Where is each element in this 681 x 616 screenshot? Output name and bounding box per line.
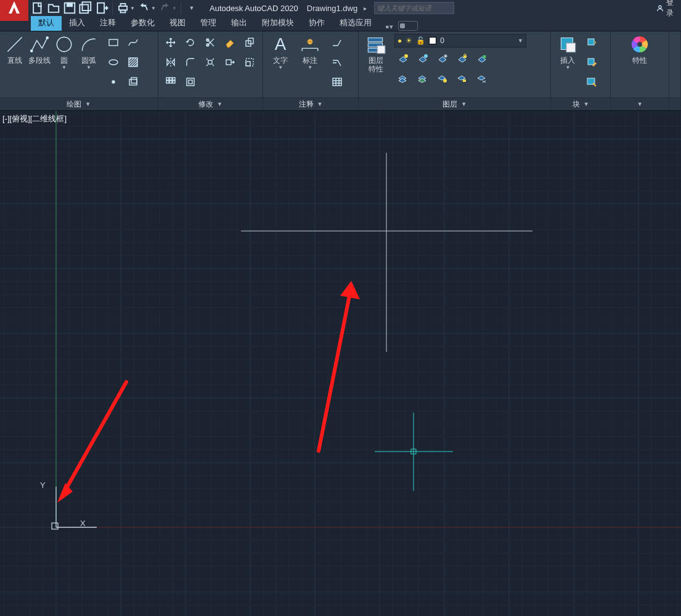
qat-save-icon[interactable] (63, 2, 76, 14)
svg-rect-35 (173, 81, 175, 83)
qat-open-icon[interactable] (47, 2, 60, 14)
spline-icon[interactable] (124, 34, 142, 51)
qat-new-icon[interactable] (31, 2, 44, 14)
trim-icon[interactable] (202, 34, 219, 51)
svg-text:A: A (275, 34, 287, 54)
edit-icon[interactable] (583, 54, 600, 71)
tab-addins[interactable]: 附加模块 (255, 15, 301, 31)
tool-arc[interactable]: 圆弧 ▼ (78, 34, 100, 97)
tool-circle[interactable]: 圆 ▼ (53, 34, 75, 97)
panel-layers: 图层 特性 ● ☀ 🔓 0 ▼ (359, 31, 551, 110)
layunl-icon[interactable] (454, 70, 471, 87)
mleader-icon[interactable] (328, 54, 346, 71)
panel-title-annotate[interactable]: 注释▼ (263, 97, 358, 110)
dim-icon (300, 34, 320, 55)
svg-rect-53 (588, 59, 594, 65)
arc-icon (78, 34, 99, 55)
tool-line[interactable]: 直线 (4, 34, 26, 97)
app-logo[interactable] (0, 0, 28, 21)
qat-export-icon[interactable] (95, 2, 108, 14)
erase-icon[interactable] (221, 34, 239, 51)
panel-collapsed-1[interactable] (669, 31, 681, 110)
layunis-icon[interactable] (414, 70, 431, 87)
panel-title-properties[interactable]: ▼ (611, 97, 669, 110)
offset-icon[interactable] (182, 73, 199, 91)
create-icon[interactable] (583, 34, 600, 51)
layoff-icon[interactable] (394, 50, 412, 67)
login-label: 登录 (666, 0, 674, 18)
title-caret-icon[interactable]: ▸ (364, 5, 367, 12)
qat-customize-icon[interactable]: ▼ (185, 2, 198, 14)
layiso-icon[interactable] (414, 50, 431, 67)
tab-parametric[interactable]: 参数化 (123, 15, 162, 31)
tab-annotate[interactable]: 注释 (92, 15, 123, 31)
panel-title-modify[interactable]: 修改▼ (158, 97, 263, 110)
tab-manage[interactable]: 管理 (193, 15, 224, 31)
svg-rect-3 (80, 5, 88, 14)
rotate-icon[interactable] (182, 34, 199, 51)
laythw-icon[interactable] (434, 70, 451, 87)
qat-print-icon[interactable]: ▼ (116, 2, 135, 14)
layer-combo[interactable]: ● ☀ 🔓 0 ▼ (394, 34, 526, 47)
layprev-icon[interactable] (473, 70, 491, 87)
table-icon[interactable] (328, 73, 346, 91)
props-wheel-icon (629, 34, 650, 55)
tab-view[interactable]: 视图 (162, 15, 193, 31)
point-icon[interactable] (105, 73, 122, 91)
move-icon[interactable] (162, 34, 179, 51)
canvas[interactable]: Y X (0, 111, 681, 616)
tool-text[interactable]: A 文字 ▼ (267, 34, 294, 97)
chevron-down-icon: ▼ (62, 65, 67, 70)
login-button[interactable]: 登录 (656, 0, 674, 18)
layer-tools (394, 50, 526, 87)
scale-icon[interactable] (241, 54, 258, 71)
hatch-icon[interactable] (124, 54, 142, 71)
leader-icon[interactable] (328, 34, 346, 51)
tab-output[interactable]: 输出 (224, 15, 255, 31)
ucs-x-label: X (80, 519, 86, 528)
drawing-area[interactable]: [-][俯视][二维线框] Y X (0, 111, 681, 616)
svg-rect-7 (121, 4, 126, 6)
laymatch-icon[interactable] (473, 50, 491, 67)
attedit-icon[interactable] (583, 73, 600, 91)
panel-title-draw[interactable]: 绘图▼ (0, 97, 158, 110)
panel-title-block[interactable]: 块▼ (551, 97, 610, 110)
tab-featured[interactable]: 精选应用 (332, 15, 379, 31)
tab-insert[interactable]: 插入 (62, 15, 92, 31)
fillet-icon[interactable] (182, 54, 199, 71)
svg-rect-30 (166, 78, 169, 80)
tool-polyline[interactable]: 多段线 (28, 34, 51, 97)
tab-default[interactable]: 默认 (31, 15, 62, 31)
panel-annotate: A 文字 ▼ 标注 ▼ 注释▼ (263, 31, 359, 110)
layon-icon[interactable] (394, 70, 412, 87)
tool-insert[interactable]: 插入 ▼ (555, 34, 581, 97)
tool-properties[interactable]: 特性 (624, 34, 655, 97)
ellipse-icon[interactable] (105, 54, 122, 71)
qat-separator (112, 2, 113, 14)
region-icon[interactable] (124, 73, 142, 91)
panel-properties: 特性 ▼ (611, 31, 669, 110)
svg-rect-52 (588, 39, 594, 45)
array-icon[interactable] (162, 73, 179, 91)
search-box[interactable] (374, 2, 454, 14)
circle-icon (54, 34, 75, 55)
search-input[interactable] (375, 4, 454, 12)
qat-redo-icon[interactable]: ▼ (158, 2, 177, 14)
tab-collab[interactable]: 协作 (301, 15, 332, 31)
qat-undo-icon[interactable]: ▼ (137, 2, 156, 14)
rect-icon[interactable] (105, 34, 122, 51)
viewport-label[interactable]: [-][俯视][二维线框] (2, 113, 67, 124)
stretch-icon[interactable] (221, 54, 239, 71)
panel-title-layers[interactable]: 图层▼ (359, 97, 550, 110)
tool-layer-properties[interactable]: 图层 特性 (362, 34, 389, 97)
ribbon-min-toggle[interactable] (398, 21, 418, 31)
layfrz-icon[interactable] (434, 50, 451, 67)
qat-saveall-icon[interactable] (79, 2, 92, 14)
explode-icon[interactable] (202, 54, 219, 71)
tool-dimension[interactable]: 标注 ▼ (296, 34, 324, 97)
mirror-icon[interactable] (162, 54, 179, 71)
laylock-icon[interactable] (454, 50, 471, 67)
ucs-y-label: Y (40, 480, 46, 490)
tab-overflow-icon[interactable]: ●▾ (385, 23, 393, 31)
copy-icon[interactable] (241, 34, 258, 51)
